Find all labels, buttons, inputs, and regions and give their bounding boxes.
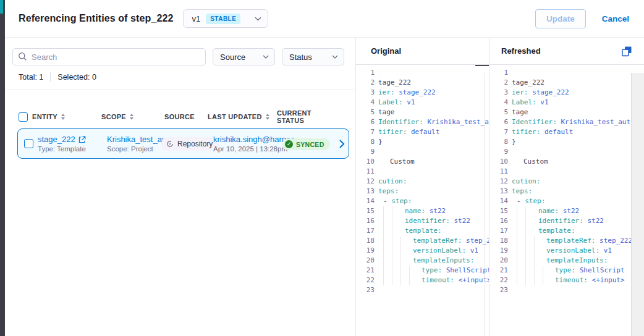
code-line: 5tage xyxy=(489,107,644,117)
line-number: 2 xyxy=(489,78,508,88)
code-line: 6Identifier: Krishika_test_aut xyxy=(489,117,644,127)
indent-guide xyxy=(543,266,543,275)
code-line: 7tifier: default xyxy=(356,127,489,137)
search-box xyxy=(12,48,206,65)
update-button[interactable]: Update xyxy=(535,9,586,28)
sort-icon[interactable] xyxy=(266,114,269,120)
table-row[interactable]: stage_222 Type: Template Krishika_test_a… xyxy=(17,128,349,159)
code-line: 11 xyxy=(356,167,489,177)
code-line: 11 xyxy=(489,167,644,177)
line-number: 6 xyxy=(489,117,508,127)
updated-at: Apr 10, 2025 | 13:28pm xyxy=(213,145,282,153)
indent-guide xyxy=(392,206,392,216)
code-line: 9 xyxy=(356,147,489,157)
code-line: 2tage_222 xyxy=(489,78,644,88)
refreshed-editor[interactable]: 12tage_2223ier: stage_2224Label: v15tage… xyxy=(489,64,644,336)
original-editor[interactable]: 12tage_2223ier: stage_2224Label: v15tage… xyxy=(356,64,489,336)
code-line: 20templateInputs: xyxy=(489,256,644,266)
indent-guide xyxy=(525,256,526,266)
line-number: 15 xyxy=(489,206,508,216)
cancel-button[interactable]: Cancel xyxy=(602,14,629,23)
version-value: v1 xyxy=(192,14,200,23)
status-filter-select[interactable]: Status xyxy=(282,48,344,65)
line-number: 6 xyxy=(356,117,375,127)
indent-guide xyxy=(534,236,535,246)
line-number: 11 xyxy=(489,167,508,177)
line-number: 5 xyxy=(356,107,375,117)
indent-guide xyxy=(392,226,392,236)
line-number: 7 xyxy=(489,127,508,137)
search-input[interactable] xyxy=(12,48,206,65)
total-count: Total: 1 xyxy=(19,73,43,82)
code-line: 14- step: xyxy=(489,196,644,206)
code-line: 19versionLabel: v1 xyxy=(489,246,644,256)
indent-guide xyxy=(392,246,392,256)
indent-guide xyxy=(517,236,517,246)
line-number: 7 xyxy=(356,127,375,137)
stable-badge: STABLE xyxy=(206,14,240,24)
code-line: 18templateRef: step_222 xyxy=(356,236,489,246)
select-all-checkbox[interactable] xyxy=(19,112,28,122)
code-line: 18templateRef: step_222 xyxy=(489,236,644,246)
line-number: 17 xyxy=(356,226,375,236)
original-title: Original xyxy=(371,46,401,56)
scrollbar-thumb[interactable] xyxy=(475,64,489,66)
sort-icon[interactable] xyxy=(130,114,133,120)
row-checkbox[interactable] xyxy=(24,139,33,148)
last-updated-cell: krishika.singh@harnes... Apr 10, 2025 | … xyxy=(213,135,282,153)
code-line: 21type: ShellScript xyxy=(489,266,644,275)
status-cell: ✓ SYNCED xyxy=(282,137,337,150)
indent-guide xyxy=(525,275,526,285)
source-filter-select[interactable]: Source xyxy=(213,48,275,65)
code-line: 17template: xyxy=(489,226,644,236)
modal-header: Referencing Entities of step_222 v1 STAB… xyxy=(5,0,644,38)
indent-guide xyxy=(383,275,384,285)
nav-accent-bar xyxy=(0,0,3,14)
indent-guide xyxy=(525,206,526,216)
indent-guide xyxy=(525,216,526,226)
line-number: 17 xyxy=(489,226,508,236)
code-line: 19versionLabel: v1 xyxy=(356,246,489,256)
line-number: 3 xyxy=(489,88,508,98)
chevron-down-icon xyxy=(255,17,261,21)
code-line: 4Label: v1 xyxy=(489,98,644,107)
line-number: 11 xyxy=(356,167,375,177)
row-expand-button[interactable] xyxy=(339,140,345,148)
entity-link[interactable]: stage_222 xyxy=(38,135,75,144)
nav-rail xyxy=(0,0,5,336)
indent-guide xyxy=(392,256,392,266)
line-number: 14 xyxy=(356,196,375,206)
status-filter-label: Status xyxy=(289,52,312,62)
indent-guide xyxy=(517,216,517,226)
original-header: Original xyxy=(356,38,489,64)
column-header-scope[interactable]: SCOPE xyxy=(101,113,164,120)
version-select[interactable]: v1 STABLE xyxy=(183,9,268,28)
code-line: 13teps: xyxy=(489,187,644,196)
code-line: 14- step: xyxy=(356,196,489,206)
indent-guide xyxy=(517,246,517,256)
indent-guide xyxy=(400,266,401,275)
column-header-entity[interactable]: ENTITY xyxy=(32,113,101,120)
indent-guide xyxy=(392,236,392,246)
column-header-last-updated[interactable]: LAST UPDATED xyxy=(208,113,277,120)
column-header-current-status: CURRENT STATUS xyxy=(277,109,331,124)
line-number: 12 xyxy=(489,177,508,187)
line-number: 23 xyxy=(356,285,375,295)
sort-icon[interactable] xyxy=(61,114,65,120)
copy-icon[interactable] xyxy=(621,46,632,57)
line-number: 4 xyxy=(356,98,375,107)
indent-guide xyxy=(392,216,392,226)
line-number: 22 xyxy=(356,275,375,285)
code-line: 5tage xyxy=(356,107,489,117)
scrollbar-gutter[interactable] xyxy=(631,73,644,336)
code-line: 16identifier: st22 xyxy=(356,216,489,226)
indent-guide xyxy=(383,246,384,256)
refreshed-header: Refreshed xyxy=(489,38,644,64)
check-circle-icon: ✓ xyxy=(285,140,293,148)
code-line: 23 xyxy=(489,285,644,295)
line-number: 5 xyxy=(489,107,508,117)
indent-guide xyxy=(409,275,410,285)
chevron-down-icon xyxy=(332,55,338,59)
repository-icon xyxy=(166,140,174,148)
code-line: 8} xyxy=(356,137,489,147)
